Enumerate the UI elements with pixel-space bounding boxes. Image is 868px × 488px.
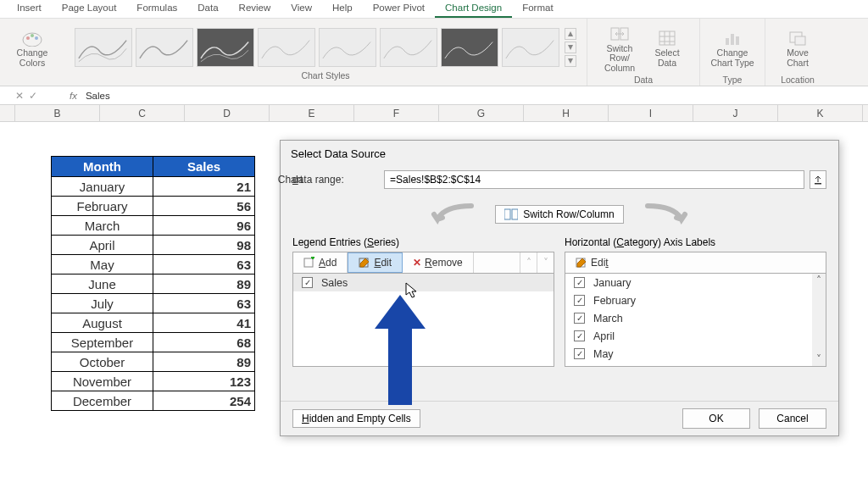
col-h[interactable]: H — [524, 105, 609, 121]
tab-page-layout[interactable]: Page Layout — [52, 0, 127, 18]
svg-rect-7 — [726, 38, 729, 45]
table-row[interactable]: January — [52, 177, 153, 197]
chart-style-2[interactable] — [136, 28, 193, 67]
col-e[interactable]: E — [270, 105, 354, 121]
tab-format[interactable]: Format — [512, 0, 563, 18]
table-row[interactable]: April — [52, 236, 153, 255]
chart-style-6[interactable] — [380, 28, 437, 67]
chart-style-8[interactable] — [502, 28, 559, 67]
col-g[interactable]: G — [439, 105, 524, 121]
formula-value[interactable]: Sales — [86, 91, 110, 101]
chart-style-7[interactable] — [441, 28, 498, 67]
svg-rect-9 — [736, 36, 739, 45]
col-d[interactable]: D — [185, 105, 270, 121]
table-row[interactable]: May — [52, 255, 153, 274]
tab-power-pivot[interactable]: Power Pivot — [363, 0, 435, 18]
scroll-up-icon[interactable]: ˄ — [812, 274, 826, 287]
table-row[interactable]: December — [52, 391, 153, 411]
tab-chart-design[interactable]: Chart Design — [435, 0, 512, 18]
data-group-label: Data — [634, 75, 653, 85]
tab-formulas[interactable]: Formulas — [126, 0, 187, 18]
chart-type-icon — [723, 30, 742, 47]
collapse-dialog-button[interactable] — [810, 170, 826, 189]
svg-rect-6 — [659, 31, 675, 45]
ok-button[interactable]: OK — [682, 408, 750, 429]
curve-arrow-left-icon — [429, 202, 480, 226]
move-up-button[interactable]: ˄ — [520, 252, 537, 273]
switch-row-column-button[interactable]: Switch Row/ Column — [598, 24, 642, 75]
edit-series-button[interactable]: Edit — [348, 252, 403, 273]
list-item[interactable]: ✓January — [565, 274, 826, 291]
chart-style-5[interactable] — [319, 28, 376, 67]
dialog-title: Select Data Source — [281, 141, 838, 167]
col-i[interactable]: I — [609, 105, 693, 121]
table-row[interactable]: August — [52, 313, 153, 333]
svg-point-2 — [31, 34, 34, 37]
add-series-button[interactable]: Add — [293, 252, 348, 273]
checkbox-icon[interactable]: ✓ — [302, 277, 313, 288]
table-row[interactable]: June — [52, 274, 153, 294]
list-item[interactable]: ✓Sales — [293, 274, 554, 291]
range-select-icon — [813, 175, 823, 185]
header-month[interactable]: Month — [52, 157, 153, 177]
list-item[interactable]: ✓May — [565, 345, 826, 363]
table-row[interactable]: July — [52, 294, 153, 313]
table-row[interactable]: September — [52, 333, 153, 352]
checkbox-icon[interactable]: ✓ — [574, 330, 585, 341]
styles-scroll-down[interactable]: ▾ — [565, 42, 576, 53]
styles-more[interactable]: ▾ — [565, 55, 576, 67]
svg-rect-11 — [795, 36, 805, 45]
enter-formula-icon[interactable]: ✓ — [29, 90, 37, 102]
scroll-down-icon[interactable]: ˅ — [812, 352, 826, 366]
tab-help[interactable]: Help — [322, 0, 363, 18]
list-item[interactable]: ✓April — [565, 327, 826, 345]
tab-view[interactable]: View — [281, 0, 322, 18]
move-down-button[interactable]: ˅ — [537, 252, 554, 273]
change-colors-button[interactable]: Change Colors — [10, 24, 54, 75]
move-chart-icon — [788, 30, 807, 47]
cancel-button[interactable]: Cancel — [759, 408, 826, 429]
select-data-button[interactable]: Select Data — [645, 24, 689, 75]
category-axis-label: Horizontal (Category) Axis Labels — [565, 236, 826, 248]
category-listbox[interactable]: ✓January ✓February ✓March ✓April ✓May ˄˅ — [565, 274, 826, 367]
col-f[interactable]: F — [354, 105, 439, 121]
chart-style-1[interactable] — [75, 28, 132, 67]
col-b[interactable]: B — [15, 105, 100, 121]
table-row[interactable]: October — [52, 352, 153, 372]
remove-series-button[interactable]: ✕Remove — [403, 252, 474, 273]
edit-category-button[interactable]: Edit — [565, 252, 619, 273]
checkbox-icon[interactable]: ✓ — [574, 313, 585, 324]
col-k[interactable]: K — [778, 105, 863, 121]
table-row[interactable]: March — [52, 216, 153, 236]
styles-scroll-up[interactable]: ▴ — [565, 28, 576, 40]
chart-data-range-input[interactable] — [384, 170, 804, 189]
series-listbox[interactable]: ✓Sales — [292, 274, 554, 367]
chart-style-3[interactable] — [197, 28, 254, 67]
switch-row-column-dialog-button[interactable]: Switch Row/Column — [495, 205, 623, 224]
checkbox-icon[interactable]: ✓ — [574, 348, 585, 359]
col-c[interactable]: C — [100, 105, 185, 121]
cancel-formula-icon[interactable]: ✕ — [15, 90, 24, 102]
list-item[interactable]: ✓March — [565, 309, 826, 327]
scrollbar[interactable]: ˄˅ — [812, 274, 826, 366]
table-row[interactable]: November — [52, 372, 153, 391]
select-data-source-dialog: Select Data Source data range: Chart Swi… — [280, 140, 839, 436]
tab-data[interactable]: Data — [187, 0, 228, 18]
move-chart-button[interactable]: Move Chart — [776, 24, 820, 75]
tab-insert[interactable]: Insert — [7, 0, 52, 18]
change-chart-type-button[interactable]: Change Chart Type — [710, 24, 754, 75]
hidden-empty-cells-button[interactable]: Hidden and Empty Cells — [292, 409, 420, 428]
edit-icon — [576, 257, 587, 269]
chart-styles-label: Chart Styles — [301, 70, 349, 84]
fx-icon[interactable]: fx — [70, 91, 77, 101]
curve-arrow-right-icon — [639, 202, 690, 226]
table-row[interactable]: February — [52, 197, 153, 216]
checkbox-icon[interactable]: ✓ — [574, 277, 585, 288]
list-item[interactable]: ✓February — [565, 291, 826, 309]
checkbox-icon[interactable]: ✓ — [574, 295, 585, 306]
chart-style-4[interactable] — [258, 28, 315, 67]
category-axis-panel: Horizontal (Category) Axis Labels Edit ✓… — [565, 236, 826, 367]
header-sales[interactable]: Sales — [153, 157, 255, 177]
col-j[interactable]: J — [693, 105, 778, 121]
tab-review[interactable]: Review — [229, 0, 281, 18]
